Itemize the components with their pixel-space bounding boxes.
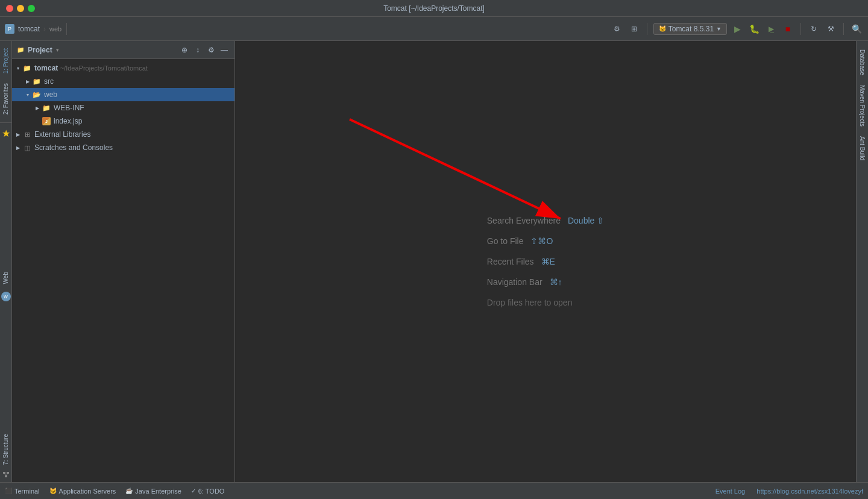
run-config-icon: 🐱 bbox=[659, 25, 666, 32]
toolbar-sep3 bbox=[800, 23, 801, 35]
tree-arrow-web: ▾ bbox=[24, 91, 31, 98]
go-to-file-shortcut: ⇧⌘O bbox=[530, 236, 553, 246]
structure-icon[interactable]: ⊞ bbox=[627, 22, 641, 36]
tree-item-src[interactable]: ▶ 📁 src bbox=[12, 75, 234, 88]
tree-label-tomcat: tomcat ~/IdeaProjects/Tomcat/tomcat bbox=[34, 64, 148, 72]
app-servers-label: Application Servers bbox=[59, 488, 116, 495]
run-config-label: Tomcat 8.5.31 bbox=[668, 25, 714, 33]
recent-files-shortcut: ⌘E bbox=[541, 257, 555, 266]
window-controls[interactable] bbox=[6, 5, 35, 12]
run-with-coverage-button[interactable]: ▶̲ bbox=[764, 22, 778, 36]
todo-icon: ✓ bbox=[191, 488, 196, 494]
drop-text: Drop files here to open bbox=[487, 298, 573, 307]
structure-icon-left bbox=[1, 470, 11, 480]
tree-arrow-web-inf: ▶ bbox=[34, 104, 41, 111]
app-servers-status[interactable]: 🐱 Application Servers bbox=[49, 488, 116, 495]
toolbar-sep4 bbox=[843, 23, 844, 35]
tree-label-index-jsp: index.jsp bbox=[54, 117, 82, 125]
tree-item-scratches[interactable]: ▶ ◫ Scratches and Consoles bbox=[12, 141, 234, 154]
title-bar: Tomcat [~/IdeaProjects/Tomcat] bbox=[0, 0, 868, 17]
project-tree: ▾ 📁 tomcat ~/IdeaProjects/Tomcat/tomcat … bbox=[12, 59, 234, 482]
panel-title-arrow[interactable]: ▾ bbox=[56, 47, 59, 53]
svg-rect-0 bbox=[3, 472, 5, 474]
panel-header: 📁 Project ▾ ⊕ ↕ ⚙ — bbox=[12, 41, 234, 59]
terminal-status[interactable]: ⬛ Terminal bbox=[5, 488, 40, 495]
java-enterprise-status[interactable]: ☕ Java Enterprise bbox=[125, 488, 181, 495]
status-url: https://blog.csdn.net/zsx1314lovezyf bbox=[756, 488, 863, 495]
event-log-label[interactable]: Event Log bbox=[715, 488, 746, 495]
panel-settings-button[interactable]: ⚙ bbox=[206, 45, 216, 55]
scratches-icon: ◫ bbox=[23, 143, 31, 152]
go-to-file-row: Go to File ⇧⌘O bbox=[487, 236, 553, 246]
project-icon: P bbox=[5, 24, 14, 34]
search-everywhere-row: Search Everywhere Double ⇧ bbox=[487, 216, 604, 225]
collapse-button[interactable]: ↕ bbox=[192, 45, 203, 55]
sidebar-item-favorites[interactable]: 2: Favorites bbox=[1, 78, 10, 119]
tree-label-web: web bbox=[44, 90, 57, 99]
folder-icon-web: 📂 bbox=[33, 90, 41, 99]
debug-button[interactable]: 🐛 bbox=[747, 22, 761, 36]
sidebar-item-structure[interactable]: 7: Structure bbox=[1, 429, 10, 470]
sidebar-item-project[interactable]: 1: Project bbox=[1, 43, 10, 78]
folder-icon-web-inf: 📁 bbox=[42, 104, 51, 112]
status-bar: ⬛ Terminal 🐱 Application Servers ☕ Java … bbox=[0, 482, 868, 499]
locate-file-button[interactable]: ⊕ bbox=[179, 45, 190, 55]
tree-item-tomcat[interactable]: ▾ 📁 tomcat ~/IdeaProjects/Tomcat/tomcat bbox=[12, 61, 234, 75]
close-button[interactable] bbox=[6, 5, 13, 12]
panel-dropdown-arrow: 📁 bbox=[17, 46, 24, 53]
svg-rect-1 bbox=[7, 472, 9, 474]
search-everywhere-label: Search Everywhere bbox=[487, 216, 561, 225]
maximize-button[interactable] bbox=[28, 5, 35, 12]
tree-label-src: src bbox=[44, 77, 54, 86]
stop-button[interactable]: ■ bbox=[781, 22, 794, 36]
svg-line-6 bbox=[350, 119, 561, 219]
tree-item-ext-libs[interactable]: ▶ ⊞ External Libraries bbox=[12, 128, 234, 141]
project-panel: 📁 Project ▾ ⊕ ↕ ⚙ — ▾ 📁 tomcat ~/IdeaPro… bbox=[12, 41, 235, 482]
drop-files-row: Drop files here to open bbox=[487, 298, 573, 307]
todo-status[interactable]: ✓ 6: TODO bbox=[191, 488, 225, 495]
welcome-content: Search Everywhere Double ⇧ Go to File ⇧⌘… bbox=[487, 216, 604, 307]
left-sidebar-tabs: 1: Project 2: Favorites ★ Web w 7: Struc… bbox=[0, 41, 12, 482]
tree-item-index-jsp[interactable]: ▶ J index.jsp bbox=[12, 115, 234, 128]
java-enterprise-label: Java Enterprise bbox=[135, 488, 181, 495]
project-name: tomcat bbox=[18, 25, 40, 33]
tab-maven[interactable]: Maven Projects bbox=[858, 81, 867, 130]
terminal-icon: ⬛ bbox=[5, 488, 12, 494]
run-config-selector[interactable]: 🐱 Tomcat 8.5.31 ▼ bbox=[653, 23, 727, 35]
svg-rect-2 bbox=[5, 475, 7, 477]
panel-hide-button[interactable]: — bbox=[219, 45, 230, 55]
jsp-icon-inner: J bbox=[42, 117, 51, 125]
minimize-button[interactable] bbox=[17, 5, 24, 12]
tree-arrow-tomcat: ▾ bbox=[14, 64, 22, 72]
window-title: Tomcat [~/IdeaProjects/Tomcat] bbox=[383, 4, 485, 13]
search-everywhere-button[interactable]: 🔍 bbox=[850, 22, 863, 36]
nav-bar-label: Navigation Bar bbox=[487, 277, 542, 287]
todo-label: 6: TODO bbox=[198, 488, 225, 495]
svg-line-4 bbox=[6, 474, 8, 475]
tab-ant[interactable]: Ant Build bbox=[858, 133, 867, 164]
ext-libs-icon: ⊞ bbox=[23, 130, 31, 139]
terminal-label: Terminal bbox=[14, 488, 40, 495]
module-name: web bbox=[49, 25, 61, 33]
tree-item-web[interactable]: ▾ 📂 web bbox=[12, 88, 234, 101]
svg-line-3 bbox=[4, 474, 6, 475]
search-everywhere-shortcut: Double ⇧ bbox=[568, 216, 604, 225]
tree-label-scratches: Scratches and Consoles bbox=[34, 143, 113, 152]
update-button[interactable]: ↻ bbox=[807, 22, 820, 36]
main-toolbar: P tomcat › web ⚙ ⊞ 🐱 Tomcat 8.5.31 ▼ ▶ 🐛… bbox=[0, 17, 868, 41]
tree-arrow-scratches: ▶ bbox=[14, 144, 22, 151]
java-enterprise-icon: ☕ bbox=[125, 488, 133, 494]
tree-arrow-src: ▶ bbox=[24, 78, 31, 85]
build-button[interactable]: ⚒ bbox=[824, 22, 837, 36]
sidebar-item-web[interactable]: Web bbox=[1, 267, 10, 289]
tree-item-web-inf[interactable]: ▶ 📁 WEB-INF bbox=[12, 101, 234, 115]
app-layout: 1: Project 2: Favorites ★ Web w 7: Struc… bbox=[0, 41, 868, 482]
status-right: Event Log https://blog.csdn.net/zsx1314l… bbox=[715, 488, 863, 495]
tab-database[interactable]: Database bbox=[858, 46, 867, 79]
jsp-file-icon: J bbox=[42, 117, 51, 125]
recent-files-row: Recent Files ⌘E bbox=[487, 257, 555, 266]
toolbar-separator bbox=[66, 23, 67, 35]
nav-bar-shortcut: ⌘↑ bbox=[550, 277, 562, 287]
settings-icon[interactable]: ⚙ bbox=[611, 22, 624, 36]
run-button[interactable]: ▶ bbox=[731, 22, 744, 36]
